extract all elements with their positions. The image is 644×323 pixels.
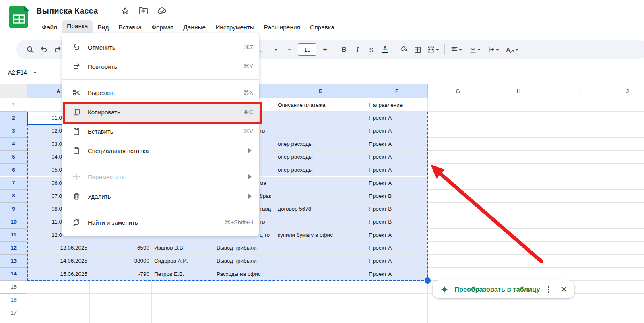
cell-H7[interactable] — [488, 177, 549, 190]
cell-A12[interactable]: 13.06.2025 — [27, 242, 90, 255]
cell-F6[interactable]: Проект А — [366, 164, 428, 176]
cell-G14[interactable] — [428, 268, 488, 281]
row-header-11[interactable]: 11 — [0, 229, 27, 242]
cell-H9[interactable] — [488, 203, 549, 215]
cell-J13[interactable] — [611, 255, 644, 267]
cell-I13[interactable] — [549, 255, 611, 267]
vertical-align-button[interactable] — [466, 43, 484, 56]
search-icon[interactable] — [23, 43, 37, 56]
edit-menu-item-5[interactable]: Вставить⌘V — [62, 122, 259, 141]
font-size-input[interactable]: 10 — [298, 43, 316, 56]
cell-G4[interactable] — [428, 138, 488, 151]
cell-B12[interactable]: -6590 — [90, 242, 152, 255]
cell-I4[interactable] — [549, 138, 611, 151]
menubar-item-6[interactable]: Инструменты — [211, 21, 259, 34]
menubar-item-0[interactable]: Файл — [37, 21, 62, 34]
cell-E15[interactable] — [275, 281, 366, 294]
cell-I2[interactable] — [549, 112, 611, 124]
strikethrough-button[interactable]: S — [364, 43, 378, 56]
edit-menu-item-11[interactable]: Найти и заменить⌘+Shift+H — [62, 213, 259, 232]
menubar-item-2[interactable]: Вид — [93, 21, 114, 34]
cell-E10[interactable] — [275, 215, 366, 228]
cell-C15[interactable] — [152, 281, 214, 294]
cell-J4[interactable] — [611, 138, 644, 151]
text-wrap-button[interactable] — [484, 43, 503, 56]
row-header-6[interactable]: 6 — [0, 164, 27, 176]
cell-G1[interactable] — [428, 98, 488, 112]
cell-E16[interactable] — [275, 294, 366, 306]
cell-G3[interactable] — [428, 124, 488, 137]
cell-F7[interactable]: Проект А — [366, 177, 428, 190]
row-header-4[interactable]: 4 — [0, 138, 27, 151]
cell-J5[interactable] — [611, 151, 644, 164]
cell-I14[interactable] — [549, 268, 611, 281]
cell-I17[interactable] — [549, 306, 611, 319]
cloud-saved-icon[interactable] — [157, 6, 167, 15]
text-rotation-caret-icon[interactable] — [515, 49, 518, 51]
cell-F11[interactable]: Проект А — [366, 229, 428, 242]
row-header-14[interactable]: 14 — [0, 268, 27, 281]
cell-B17[interactable] — [90, 306, 152, 319]
cell-E7[interactable] — [275, 177, 366, 190]
sheets-logo-icon[interactable] — [9, 6, 29, 28]
cell-I12[interactable] — [549, 242, 611, 255]
cell-D17[interactable] — [214, 306, 275, 319]
fill-handle[interactable] — [425, 277, 431, 284]
cell-G8[interactable] — [428, 190, 488, 203]
horizontal-align-caret-icon[interactable] — [459, 49, 462, 51]
name-box-caret-icon[interactable] — [33, 72, 37, 74]
column-header-G[interactable]: G — [428, 84, 488, 98]
cell-G7[interactable] — [428, 177, 488, 190]
row-header-9[interactable]: 9 — [0, 203, 27, 215]
edit-menu-item-4[interactable]: Копировать⌘C — [62, 102, 259, 122]
cell-E17[interactable] — [275, 306, 366, 319]
cell-J6[interactable] — [611, 164, 644, 176]
cell-F16[interactable] — [366, 294, 428, 306]
cell-C[interactable] — [152, 319, 214, 323]
row-header-13[interactable]: 13 — [0, 255, 27, 267]
cell-H6[interactable] — [488, 164, 549, 176]
cell-F15[interactable] — [366, 281, 428, 294]
cell-H2[interactable] — [488, 112, 549, 124]
cell-I8[interactable] — [549, 190, 611, 203]
cell-B16[interactable] — [90, 294, 152, 306]
cell-G13[interactable] — [428, 255, 488, 267]
font-family-caret-icon[interactable] — [274, 49, 277, 51]
vertical-align-caret-icon[interactable] — [477, 49, 481, 51]
row-header-16[interactable]: 16 — [0, 294, 27, 306]
cell-F8[interactable]: Проект В — [366, 190, 428, 203]
decrease-font-button[interactable]: − — [283, 43, 296, 56]
cell-H12[interactable] — [488, 242, 549, 255]
menubar-item-4[interactable]: Формат — [147, 21, 178, 34]
menubar-item-3[interactable]: Вставка — [114, 21, 147, 34]
bold-button[interactable]: B — [337, 43, 351, 56]
row-header-5[interactable]: 5 — [0, 151, 27, 164]
cell-E2[interactable] — [275, 112, 366, 124]
row-header-2[interactable]: 2 — [0, 112, 27, 124]
cell-G2[interactable] — [428, 112, 488, 124]
italic-button[interactable]: I — [351, 43, 364, 56]
cell-J2[interactable] — [611, 112, 644, 124]
cell-E8[interactable] — [275, 190, 366, 203]
row-header-3[interactable]: 3 — [0, 124, 27, 137]
cell-J17[interactable] — [611, 306, 644, 319]
cell-I5[interactable] — [549, 151, 611, 164]
cell-J1[interactable] — [611, 98, 644, 112]
cell-A17[interactable] — [27, 306, 90, 319]
edit-menu-item-3[interactable]: Вырезать⌘X — [62, 83, 259, 102]
fill-color-button[interactable] — [397, 43, 411, 56]
text-color-button[interactable]: A — [378, 43, 392, 56]
cell-G5[interactable] — [428, 151, 488, 164]
convert-to-table-button[interactable]: Преобразовать в таблицу — [454, 286, 540, 293]
cell-F14[interactable]: Проект А — [366, 268, 428, 281]
cell-I9[interactable] — [549, 203, 611, 215]
row-header-partial[interactable] — [0, 319, 27, 323]
edit-menu-item-6[interactable]: Специальная вставка — [62, 141, 259, 160]
cell-I10[interactable] — [549, 215, 611, 228]
cell-B[interactable] — [90, 319, 152, 323]
cell-F[interactable] — [366, 319, 428, 323]
cell-A15[interactable] — [27, 281, 90, 294]
cell-F10[interactable]: Проект В — [366, 215, 428, 228]
menubar-item-7[interactable]: Расширения — [259, 21, 305, 34]
column-header-F[interactable]: F — [366, 84, 428, 98]
